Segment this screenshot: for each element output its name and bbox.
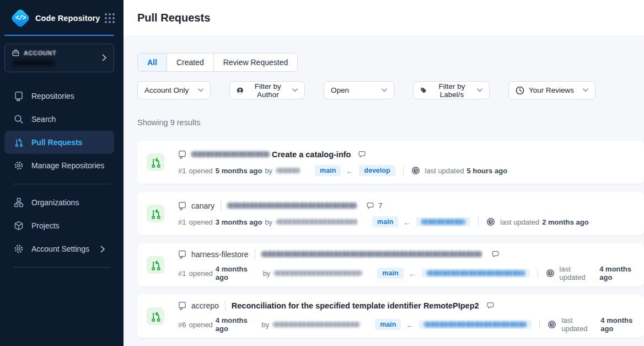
merge-direction-arrow-icon: ← [346,166,354,175]
comment-icon [486,301,495,310]
filter-label: Filter by Label/s [431,82,473,99]
sidebar: </> Code Repository ACCOUNT [0,0,124,346]
filter-bar: Account Only Filter by Author [137,81,644,99]
filter-your-reviews[interactable]: Your Reviews [508,81,595,99]
brand-header: </> Code Repository [0,0,124,28]
by-label: by [263,269,271,278]
pr-title[interactable]: Reconciliation for the specified templat… [232,301,479,310]
app-window: </> Code Repository ACCOUNT [0,0,644,346]
filter-filter-by-label-s[interactable]: Filter by Label/s [413,81,490,99]
tab-created[interactable]: Created [167,54,213,71]
redacted-source-branch [421,219,465,225]
sidebar-item-organizations[interactable]: Organizations [4,191,114,214]
last-updated-clock-icon [546,269,555,278]
comment-count: 7 [378,201,383,210]
sidebar-item-label: Projects [31,221,105,230]
sidebar-item-pull-requests[interactable]: Pull Requests [4,131,114,154]
filter-label-group: Your Reviews [516,86,574,95]
target-branch-name: main [377,218,393,226]
pull-request-row[interactable]: harness-filestore [137,243,644,286]
app-title: Code Repository [35,14,100,23]
vertical-divider [255,249,255,259]
nav-item-icon [13,114,24,124]
vertical-divider [225,300,226,311]
pr-number: #1 [178,218,186,226]
last-updated-ago: 4 months ago [599,265,644,281]
pr-title-line: Create a catalog-info [178,148,644,160]
pull-request-row[interactable]: accrepo Reconciliation for the specified… [137,295,644,338]
sidebar-item-search[interactable]: Search [4,108,114,131]
account-icon [12,49,20,57]
projects-cube-icon [14,221,24,231]
last-updated-clock-icon [411,166,420,175]
source-branch-badge[interactable] [422,269,530,278]
nav-item-icon [13,221,24,231]
target-branch-badge[interactable]: main [315,165,341,176]
pr-meta-line: #1 opened 3 months ago by main ← [178,216,644,227]
sidebar-item-manage-repositories[interactable]: Manage Repositories [4,154,114,177]
repo-name[interactable]: harness-filestore [191,250,249,259]
filter-label: Account Only [144,86,189,94]
comment-icon [366,201,374,210]
opened-label: opened [189,167,212,175]
tab-review-requested[interactable]: Review Requested [213,54,298,71]
target-branch-badge[interactable]: main [377,268,403,279]
filter-label: Filter by Author [248,82,288,99]
source-branch-badge[interactable] [419,320,532,329]
last-updated-clock-icon [486,217,495,226]
filter-label-group: Account Only [144,86,189,94]
brand-underline [4,35,114,36]
gear-icon [14,244,24,254]
opened-label: opened [189,269,212,278]
nav-item-icon [13,244,24,254]
sidebar-item-account-settings[interactable]: Account Settings [4,237,114,260]
pr-details: Create a catalog-info #1 opened 5 m [178,148,644,176]
sidebar-item-projects[interactable]: Projects [4,214,114,237]
pull-request-list: Create a catalog-info #1 opened 5 m [137,141,644,338]
target-branch-badge[interactable]: main [375,319,401,330]
filter-filter-by-author[interactable]: Filter by Author [229,81,305,99]
repo-name[interactable]: accrepo [191,301,219,310]
chevron-down-icon [292,88,298,92]
filter-account-only[interactable]: Account Only [137,81,211,99]
sidebar-nav: Repositories Search [0,84,124,274]
opened-ago: 4 months ago [216,316,259,333]
pr-title[interactable]: Create a catalog-info [272,150,351,159]
repo-name[interactable]: canary [191,201,214,210]
pull-request-status-icon [147,307,164,325]
source-branch-badge[interactable]: develop [359,165,395,176]
opened-ago: 3 months ago [216,218,262,226]
account-selector[interactable]: ACCOUNT [4,44,114,72]
source-branch-badge[interactable] [416,217,470,226]
pull-request-status-icon [147,153,164,171]
sidebar-item-label: Account Settings [31,244,93,253]
pr-details: canary 7 #1 [178,200,644,227]
vertical-divider [478,217,479,226]
sidebar-divider [13,184,110,184]
pull-request-row[interactable]: Create a catalog-info #1 opened 5 m [137,141,644,184]
sidebar-item-label: Organizations [31,198,105,207]
repository-icon [178,201,186,210]
redacted-repo-name [191,151,270,157]
pull-request-status-icon [147,256,164,274]
vertical-divider [403,166,404,175]
tag-icon [420,86,427,94]
target-branch-badge[interactable]: main [372,216,398,227]
tab-all[interactable]: All [138,54,167,71]
vertical-divider [221,200,221,211]
pull-request-row[interactable]: canary 7 #1 [137,192,644,235]
page-title: Pull Requests [137,12,210,24]
pr-number: #6 [178,321,186,329]
filter-open[interactable]: Open [324,81,394,99]
last-updated-label: last updated [560,265,597,281]
sidebar-item-label: Pull Requests [31,138,105,147]
pr-details: accrepo Reconciliation for the specified… [178,300,644,333]
content-area: All Created Review Requested Account Onl… [124,36,644,346]
repository-icon [178,301,186,310]
sidebar-item-repositories[interactable]: Repositories [4,84,114,108]
pr-meta-line: #1 opened 4 months ago by main ← [178,265,644,281]
last-updated-label: last updated [425,167,464,175]
app-switcher-grid-icon[interactable] [105,13,115,23]
last-updated-label: last updated [500,218,539,226]
sidebar-item-label: Manage Repositories [31,161,105,170]
